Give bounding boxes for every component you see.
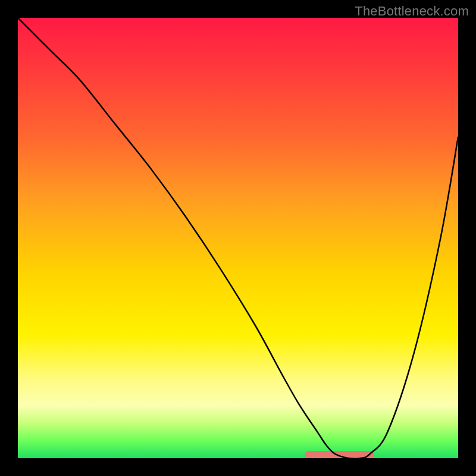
curve-svg	[18, 18, 458, 458]
bottleneck-curve-line	[18, 18, 458, 458]
chart-frame: TheBottleneck.com	[0, 0, 476, 476]
gradient-plot-area	[18, 18, 458, 458]
watermark-text: TheBottleneck.com	[355, 4, 469, 19]
